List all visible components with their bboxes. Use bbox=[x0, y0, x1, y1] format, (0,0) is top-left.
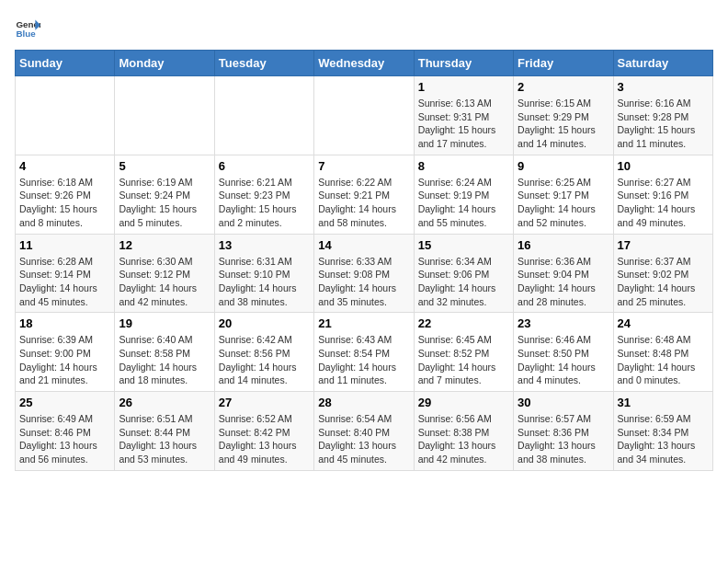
calendar-cell: 7Sunrise: 6:22 AM Sunset: 9:21 PM Daylig… bbox=[314, 155, 414, 234]
day-number: 8 bbox=[418, 159, 509, 173]
calendar-cell: 2Sunrise: 6:15 AM Sunset: 9:29 PM Daylig… bbox=[514, 76, 613, 155]
calendar-cell: 26Sunrise: 6:51 AM Sunset: 8:44 PM Dayli… bbox=[115, 392, 214, 471]
day-number: 25 bbox=[19, 396, 110, 409]
day-info: Sunrise: 6:22 AM Sunset: 9:21 PM Dayligh… bbox=[318, 176, 409, 230]
day-info: Sunrise: 6:27 AM Sunset: 9:16 PM Dayligh… bbox=[618, 176, 709, 230]
calendar-table: SundayMondayTuesdayWednesdayThursdayFrid… bbox=[15, 50, 713, 471]
calendar-cell: 19Sunrise: 6:40 AM Sunset: 8:58 PM Dayli… bbox=[115, 313, 214, 392]
calendar-cell: 1Sunrise: 6:13 AM Sunset: 9:31 PM Daylig… bbox=[414, 76, 513, 155]
day-info: Sunrise: 6:15 AM Sunset: 9:29 PM Dayligh… bbox=[518, 97, 609, 151]
day-info: Sunrise: 6:28 AM Sunset: 9:14 PM Dayligh… bbox=[19, 255, 110, 309]
day-info: Sunrise: 6:34 AM Sunset: 9:06 PM Dayligh… bbox=[418, 255, 509, 309]
calendar-cell: 25Sunrise: 6:49 AM Sunset: 8:46 PM Dayli… bbox=[16, 392, 115, 471]
calendar-cell: 5Sunrise: 6:19 AM Sunset: 9:24 PM Daylig… bbox=[115, 155, 214, 234]
calendar-cell bbox=[314, 76, 414, 155]
day-number: 2 bbox=[518, 80, 609, 94]
day-number: 12 bbox=[119, 238, 210, 252]
calendar-cell: 21Sunrise: 6:43 AM Sunset: 8:54 PM Dayli… bbox=[314, 313, 414, 392]
day-info: Sunrise: 6:51 AM Sunset: 8:44 PM Dayligh… bbox=[119, 412, 210, 466]
day-header-tuesday: Tuesday bbox=[214, 51, 313, 76]
day-number: 4 bbox=[19, 159, 110, 173]
day-info: Sunrise: 6:33 AM Sunset: 9:08 PM Dayligh… bbox=[318, 255, 409, 309]
week-row-1: 1Sunrise: 6:13 AM Sunset: 9:31 PM Daylig… bbox=[16, 76, 713, 155]
day-number: 23 bbox=[518, 316, 609, 330]
calendar-cell: 16Sunrise: 6:36 AM Sunset: 9:04 PM Dayli… bbox=[514, 234, 613, 313]
calendar-cell: 27Sunrise: 6:52 AM Sunset: 8:42 PM Dayli… bbox=[214, 392, 313, 471]
calendar-header-row: SundayMondayTuesdayWednesdayThursdayFrid… bbox=[16, 51, 713, 76]
day-info: Sunrise: 6:13 AM Sunset: 9:31 PM Dayligh… bbox=[418, 97, 509, 151]
calendar-cell bbox=[115, 76, 214, 155]
calendar-cell: 3Sunrise: 6:16 AM Sunset: 9:28 PM Daylig… bbox=[613, 76, 712, 155]
calendar-cell: 14Sunrise: 6:33 AM Sunset: 9:08 PM Dayli… bbox=[314, 234, 414, 313]
calendar-cell: 17Sunrise: 6:37 AM Sunset: 9:02 PM Dayli… bbox=[613, 234, 712, 313]
day-number: 30 bbox=[518, 396, 609, 409]
calendar-cell: 28Sunrise: 6:54 AM Sunset: 8:40 PM Dayli… bbox=[314, 392, 414, 471]
day-info: Sunrise: 6:48 AM Sunset: 8:48 PM Dayligh… bbox=[618, 333, 709, 387]
header: General Blue bbox=[15, 15, 713, 40]
day-number: 16 bbox=[518, 238, 609, 252]
week-row-5: 25Sunrise: 6:49 AM Sunset: 8:46 PM Dayli… bbox=[16, 392, 713, 471]
day-number: 7 bbox=[318, 159, 409, 173]
day-info: Sunrise: 6:40 AM Sunset: 8:58 PM Dayligh… bbox=[119, 333, 210, 387]
day-number: 28 bbox=[318, 396, 409, 409]
day-number: 21 bbox=[318, 316, 409, 330]
day-header-wednesday: Wednesday bbox=[314, 51, 414, 76]
day-info: Sunrise: 6:19 AM Sunset: 9:24 PM Dayligh… bbox=[119, 176, 210, 230]
calendar-body: 1Sunrise: 6:13 AM Sunset: 9:31 PM Daylig… bbox=[16, 76, 713, 471]
day-info: Sunrise: 6:43 AM Sunset: 8:54 PM Dayligh… bbox=[318, 333, 409, 387]
day-header-thursday: Thursday bbox=[414, 51, 513, 76]
day-info: Sunrise: 6:49 AM Sunset: 8:46 PM Dayligh… bbox=[19, 412, 110, 466]
day-number: 26 bbox=[119, 396, 210, 409]
calendar-cell: 18Sunrise: 6:39 AM Sunset: 9:00 PM Dayli… bbox=[16, 313, 115, 392]
calendar-cell: 29Sunrise: 6:56 AM Sunset: 8:38 PM Dayli… bbox=[414, 392, 513, 471]
calendar-cell: 6Sunrise: 6:21 AM Sunset: 9:23 PM Daylig… bbox=[214, 155, 313, 234]
calendar-cell: 12Sunrise: 6:30 AM Sunset: 9:12 PM Dayli… bbox=[115, 234, 214, 313]
calendar-cell: 13Sunrise: 6:31 AM Sunset: 9:10 PM Dayli… bbox=[214, 234, 313, 313]
day-number: 11 bbox=[19, 238, 110, 252]
day-number: 3 bbox=[618, 80, 709, 94]
day-info: Sunrise: 6:57 AM Sunset: 8:36 PM Dayligh… bbox=[518, 412, 609, 466]
day-info: Sunrise: 6:42 AM Sunset: 8:56 PM Dayligh… bbox=[219, 333, 310, 387]
day-number: 14 bbox=[318, 238, 409, 252]
day-info: Sunrise: 6:30 AM Sunset: 9:12 PM Dayligh… bbox=[119, 255, 210, 309]
calendar-cell bbox=[214, 76, 313, 155]
day-info: Sunrise: 6:59 AM Sunset: 8:34 PM Dayligh… bbox=[618, 412, 709, 466]
day-number: 1 bbox=[418, 80, 509, 94]
day-info: Sunrise: 6:24 AM Sunset: 9:19 PM Dayligh… bbox=[418, 176, 509, 230]
day-number: 29 bbox=[418, 396, 509, 409]
calendar-cell: 11Sunrise: 6:28 AM Sunset: 9:14 PM Dayli… bbox=[16, 234, 115, 313]
day-number: 15 bbox=[418, 238, 509, 252]
day-number: 10 bbox=[618, 159, 709, 173]
calendar-cell: 10Sunrise: 6:27 AM Sunset: 9:16 PM Dayli… bbox=[613, 155, 712, 234]
calendar-cell: 30Sunrise: 6:57 AM Sunset: 8:36 PM Dayli… bbox=[514, 392, 613, 471]
calendar-cell: 4Sunrise: 6:18 AM Sunset: 9:26 PM Daylig… bbox=[16, 155, 115, 234]
week-row-2: 4Sunrise: 6:18 AM Sunset: 9:26 PM Daylig… bbox=[16, 155, 713, 234]
day-info: Sunrise: 6:37 AM Sunset: 9:02 PM Dayligh… bbox=[618, 255, 709, 309]
day-info: Sunrise: 6:36 AM Sunset: 9:04 PM Dayligh… bbox=[518, 255, 609, 309]
day-number: 5 bbox=[119, 159, 210, 173]
day-number: 20 bbox=[219, 316, 310, 330]
day-info: Sunrise: 6:18 AM Sunset: 9:26 PM Dayligh… bbox=[19, 176, 110, 230]
calendar-cell: 9Sunrise: 6:25 AM Sunset: 9:17 PM Daylig… bbox=[514, 155, 613, 234]
day-info: Sunrise: 6:54 AM Sunset: 8:40 PM Dayligh… bbox=[318, 412, 409, 466]
day-info: Sunrise: 6:16 AM Sunset: 9:28 PM Dayligh… bbox=[618, 97, 709, 151]
day-info: Sunrise: 6:25 AM Sunset: 9:17 PM Dayligh… bbox=[518, 176, 609, 230]
day-number: 24 bbox=[618, 316, 709, 330]
day-info: Sunrise: 6:45 AM Sunset: 8:52 PM Dayligh… bbox=[418, 333, 509, 387]
logo: General Blue bbox=[15, 15, 40, 40]
week-row-3: 11Sunrise: 6:28 AM Sunset: 9:14 PM Dayli… bbox=[16, 234, 713, 313]
day-number: 19 bbox=[119, 316, 210, 330]
svg-text:Blue: Blue bbox=[16, 29, 36, 39]
logo-icon: General Blue bbox=[15, 15, 40, 40]
day-header-saturday: Saturday bbox=[613, 51, 712, 76]
calendar-cell: 24Sunrise: 6:48 AM Sunset: 8:48 PM Dayli… bbox=[613, 313, 712, 392]
calendar-cell bbox=[16, 76, 115, 155]
calendar-cell: 22Sunrise: 6:45 AM Sunset: 8:52 PM Dayli… bbox=[414, 313, 513, 392]
day-info: Sunrise: 6:52 AM Sunset: 8:42 PM Dayligh… bbox=[219, 412, 310, 466]
day-number: 18 bbox=[19, 316, 110, 330]
day-header-monday: Monday bbox=[115, 51, 214, 76]
day-number: 31 bbox=[618, 396, 709, 409]
week-row-4: 18Sunrise: 6:39 AM Sunset: 9:00 PM Dayli… bbox=[16, 313, 713, 392]
day-number: 22 bbox=[418, 316, 509, 330]
day-number: 9 bbox=[518, 159, 609, 173]
